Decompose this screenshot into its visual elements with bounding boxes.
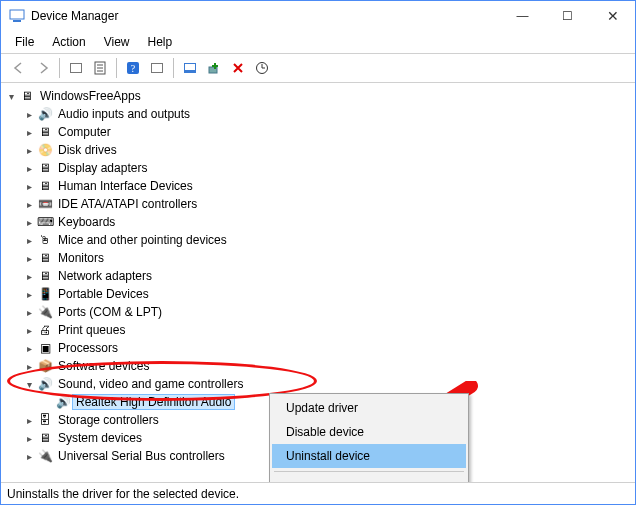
category-icon: 🔊 <box>37 376 53 392</box>
chevron-right-icon[interactable]: ▸ <box>23 234 35 246</box>
chevron-right-icon[interactable]: ▸ <box>23 216 35 228</box>
tree-category[interactable]: ▸🖥Monitors <box>21 249 633 267</box>
tree-root-label: WindowsFreeApps <box>37 89 144 103</box>
tree-category-label: Network adapters <box>55 269 155 283</box>
tree-category-label: Computer <box>55 125 114 139</box>
category-icon: 🖥 <box>37 160 53 176</box>
category-icon: 🔊 <box>37 106 53 122</box>
window-title: Device Manager <box>31 9 500 23</box>
category-icon: 📀 <box>37 142 53 158</box>
category-icon: 📱 <box>37 286 53 302</box>
ctx-scan-hardware[interactable]: Scan for hardware changes <box>272 475 466 482</box>
tree-category[interactable]: ▾🔊Sound, video and game controllers <box>21 375 633 393</box>
ctx-update-driver[interactable]: Update driver <box>272 396 466 420</box>
show-hide-button[interactable] <box>64 57 88 79</box>
toolbar: ? <box>1 54 635 83</box>
tree-category[interactable]: ▸🔌Ports (COM & LPT) <box>21 303 633 321</box>
chevron-right-icon[interactable]: ▸ <box>23 108 35 120</box>
close-button[interactable]: ✕ <box>590 1 635 31</box>
menu-help[interactable]: Help <box>140 33 181 51</box>
category-icon: 🔌 <box>37 304 53 320</box>
toolbar-sep <box>59 58 60 78</box>
tree-category[interactable]: ▸🖱Mice and other pointing devices <box>21 231 633 249</box>
chevron-right-icon[interactable]: ▸ <box>23 288 35 300</box>
tree-category-label: Audio inputs and outputs <box>55 107 193 121</box>
category-icon: 🖥 <box>37 178 53 194</box>
tree-category-label: IDE ATA/ATAPI controllers <box>55 197 200 211</box>
update-driver-button[interactable] <box>250 57 274 79</box>
chevron-right-icon[interactable]: ▸ <box>23 198 35 210</box>
device-tree[interactable]: ▾ 🖥 WindowsFreeApps ▸🔊Audio inputs and o… <box>1 83 635 482</box>
tree-category[interactable]: ▸📀Disk drives <box>21 141 633 159</box>
maximize-button[interactable]: ☐ <box>545 1 590 31</box>
tree-category-label: Monitors <box>55 251 107 265</box>
tree-category-label: Universal Serial Bus controllers <box>55 449 228 463</box>
ctx-uninstall-device[interactable]: Uninstall device <box>272 444 466 468</box>
back-button[interactable] <box>7 57 31 79</box>
chevron-right-icon[interactable]: ▸ <box>23 324 35 336</box>
tree-category-label: Human Interface Devices <box>55 179 196 193</box>
help-button[interactable]: ? <box>121 57 145 79</box>
category-icon: 🖱 <box>37 232 53 248</box>
tree-category[interactable]: ▸📱Portable Devices <box>21 285 633 303</box>
tree-category-label: System devices <box>55 431 145 445</box>
ctx-disable-device[interactable]: Disable device <box>272 420 466 444</box>
chevron-right-icon[interactable]: ▸ <box>23 432 35 444</box>
tree-category[interactable]: ▸🖥Computer <box>21 123 633 141</box>
chevron-right-icon[interactable]: ▸ <box>23 450 35 462</box>
details-button[interactable] <box>145 57 169 79</box>
scan-hardware-button[interactable] <box>178 57 202 79</box>
chevron-right-icon[interactable]: ▸ <box>23 180 35 192</box>
titlebar: Device Manager — ☐ ✕ <box>1 1 635 31</box>
chevron-down-icon[interactable]: ▾ <box>5 90 17 102</box>
category-icon: 📦 <box>37 358 53 374</box>
tree-category[interactable]: ▸🖨Print queues <box>21 321 633 339</box>
chevron-right-icon[interactable]: ▸ <box>23 342 35 354</box>
tree-category-label: Disk drives <box>55 143 120 157</box>
remove-device-button[interactable] <box>226 57 250 79</box>
menubar: File Action View Help <box>1 31 635 54</box>
tree-category[interactable]: ▸🔊Audio inputs and outputs <box>21 105 633 123</box>
add-legacy-button[interactable] <box>202 57 226 79</box>
tree-category-label: Software devices <box>55 359 152 373</box>
toolbar-sep <box>116 58 117 78</box>
svg-text:?: ? <box>131 63 136 74</box>
chevron-down-icon[interactable]: ▾ <box>23 378 35 390</box>
menu-action[interactable]: Action <box>44 33 93 51</box>
ctx-sep <box>274 471 464 472</box>
chevron-right-icon[interactable]: ▸ <box>23 126 35 138</box>
minimize-button[interactable]: — <box>500 1 545 31</box>
tree-category-label: Display adapters <box>55 161 150 175</box>
chevron-right-icon[interactable]: ▸ <box>23 270 35 282</box>
tree-category[interactable]: ▸🖥Human Interface Devices <box>21 177 633 195</box>
category-icon: ▣ <box>37 340 53 356</box>
tree-category[interactable]: ▸📦Software devices <box>21 357 633 375</box>
svg-rect-0 <box>10 10 24 19</box>
tree-category[interactable]: ▸🖥Display adapters <box>21 159 633 177</box>
tree-category[interactable]: ▸⌨Keyboards <box>21 213 633 231</box>
chevron-right-icon[interactable]: ▸ <box>23 306 35 318</box>
category-icon: 🖥 <box>37 268 53 284</box>
menu-view[interactable]: View <box>96 33 138 51</box>
chevron-right-icon[interactable]: ▸ <box>23 162 35 174</box>
tree-category[interactable]: ▸🖥Network adapters <box>21 267 633 285</box>
chevron-right-icon[interactable]: ▸ <box>23 360 35 372</box>
properties-button[interactable] <box>88 57 112 79</box>
app-icon <box>9 8 25 24</box>
chevron-right-icon[interactable]: ▸ <box>23 414 35 426</box>
tree-category[interactable]: ▸▣Processors <box>21 339 633 357</box>
chevron-right-icon[interactable]: ▸ <box>23 252 35 264</box>
tree-category[interactable]: ▸📼IDE ATA/ATAPI controllers <box>21 195 633 213</box>
tree-category-label: Keyboards <box>55 215 118 229</box>
category-icon: ⌨ <box>37 214 53 230</box>
computer-icon: 🖥 <box>19 88 35 104</box>
chevron-right-icon[interactable]: ▸ <box>23 144 35 156</box>
tree-root[interactable]: ▾ 🖥 WindowsFreeApps <box>3 87 633 105</box>
forward-button[interactable] <box>31 57 55 79</box>
speaker-icon: 🔊 <box>55 394 71 410</box>
app-window: Device Manager — ☐ ✕ File Action View He… <box>0 0 636 505</box>
category-icon: 🖥 <box>37 124 53 140</box>
tree-device-label: Realtek High Definition Audio <box>73 395 234 409</box>
tree-category-label: Sound, video and game controllers <box>55 377 246 391</box>
menu-file[interactable]: File <box>7 33 42 51</box>
